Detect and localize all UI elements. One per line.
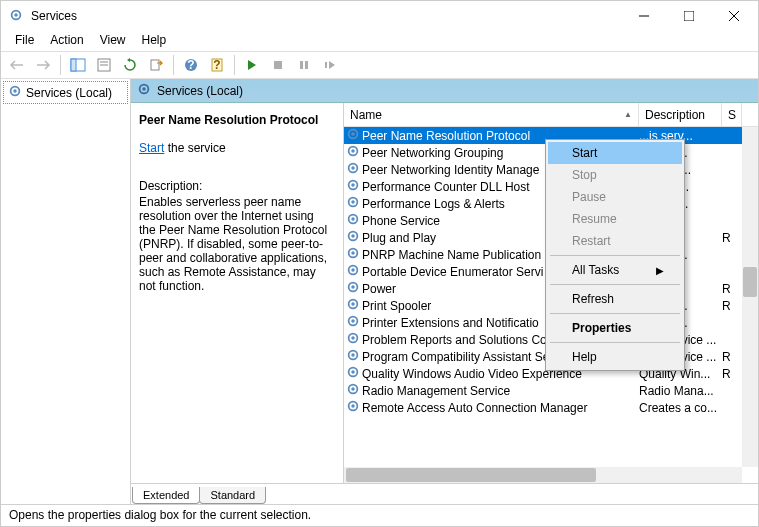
context-menu: Start Stop Pause Resume Restart All Task… [545,139,685,371]
service-gear-icon [346,365,362,382]
ctx-resume[interactable]: Resume [548,208,682,230]
menu-file[interactable]: File [7,31,42,51]
column-header-name[interactable]: Name ▲ [344,103,639,126]
refresh-button[interactable] [118,53,142,77]
help-topics-button[interactable]: ? [205,53,229,77]
menu-action[interactable]: Action [42,31,91,51]
ctx-stop[interactable]: Stop [548,164,682,186]
service-gear-icon [346,280,362,297]
maximize-button[interactable] [666,2,711,30]
service-gear-icon [346,246,362,263]
svg-rect-19 [325,62,327,68]
svg-point-23 [142,87,146,91]
status-bar: Opens the properties dialog box for the … [1,504,758,526]
service-row[interactable]: Radio Management ServiceRadio Mana... [344,382,758,399]
tree-pane: Services (Local) [1,79,131,504]
tab-standard[interactable]: Standard [199,487,266,504]
show-hide-tree-button[interactable] [66,53,90,77]
restart-service-button[interactable] [318,53,342,77]
svg-point-27 [351,149,355,153]
svg-text:?: ? [187,58,194,72]
svg-point-55 [351,387,355,391]
horizontal-scroll-thumb[interactable] [346,468,596,482]
svg-point-41 [351,268,355,272]
svg-rect-7 [71,59,76,71]
svg-point-33 [351,200,355,204]
ctx-refresh[interactable]: Refresh [548,288,682,310]
svg-point-57 [351,404,355,408]
window-title: Services [31,9,621,23]
ctx-start[interactable]: Start [548,142,682,164]
tree-root-item[interactable]: Services (Local) [3,81,128,104]
svg-point-1 [14,13,18,17]
service-desc-cell: Creates a co... [639,401,722,415]
pane-header: Services (Local) [131,79,758,103]
svg-point-51 [351,353,355,357]
svg-rect-16 [274,61,282,69]
toolbar: ? ? [1,51,758,79]
svg-point-39 [351,251,355,255]
service-name-cell: Remote Access Auto Connection Manager [362,401,639,415]
ctx-help[interactable]: Help [548,346,682,368]
ctx-all-tasks[interactable]: All Tasks ▶ [548,259,682,281]
vertical-scrollbar[interactable] [742,127,758,467]
service-gear-icon [346,348,362,365]
properties-button[interactable] [92,53,116,77]
svg-point-25 [351,132,355,136]
pause-service-button[interactable] [292,53,316,77]
svg-rect-11 [151,60,159,70]
menu-view[interactable]: View [92,31,134,51]
tabs-bar: Extended Standard [131,483,758,504]
svg-point-21 [13,89,17,93]
service-gear-icon [346,229,362,246]
ctx-properties[interactable]: Properties [548,317,682,339]
svg-point-53 [351,370,355,374]
column-status-label: S [728,108,736,122]
service-status-cell: R [722,282,742,296]
horizontal-scrollbar[interactable] [344,467,742,483]
services-tree-icon [8,84,22,101]
ctx-separator [550,255,680,256]
export-list-button[interactable] [144,53,168,77]
menu-bar: File Action View Help [1,31,758,51]
service-row[interactable]: Remote Access Auto Connection ManagerCre… [344,399,758,416]
tree-root-label: Services (Local) [26,86,112,100]
close-button[interactable] [711,2,756,30]
svg-point-47 [351,319,355,323]
column-name-label: Name [350,108,382,122]
description-label: Description: [139,179,333,193]
ctx-restart[interactable]: Restart [548,230,682,252]
help-button[interactable]: ? [179,53,203,77]
svg-rect-3 [684,11,694,21]
start-service-link[interactable]: Start [139,141,164,155]
minimize-button[interactable] [621,2,666,30]
service-status-cell: R [722,231,742,245]
sort-ascending-icon: ▲ [624,110,632,119]
toolbar-separator [234,55,235,75]
column-header-description[interactable]: Description [639,103,722,126]
svg-point-45 [351,302,355,306]
service-gear-icon [346,144,362,161]
svg-point-35 [351,217,355,221]
menu-help[interactable]: Help [134,31,175,51]
service-gear-icon [346,399,362,416]
services-app-icon [9,8,25,24]
ctx-pause[interactable]: Pause [548,186,682,208]
service-gear-icon [346,331,362,348]
column-desc-label: Description [645,108,705,122]
service-gear-icon [346,314,362,331]
forward-button[interactable] [31,53,55,77]
pane-header-title: Services (Local) [157,84,243,98]
service-gear-icon [346,297,362,314]
ctx-separator [550,342,680,343]
start-service-button[interactable] [240,53,264,77]
svg-point-31 [351,183,355,187]
column-header-status[interactable]: S [722,103,742,126]
stop-service-button[interactable] [266,53,290,77]
svg-rect-17 [300,61,303,69]
svg-rect-18 [305,61,308,69]
vertical-scroll-thumb[interactable] [743,267,757,297]
tab-extended[interactable]: Extended [132,487,200,504]
service-gear-icon [346,161,362,178]
back-button[interactable] [5,53,29,77]
